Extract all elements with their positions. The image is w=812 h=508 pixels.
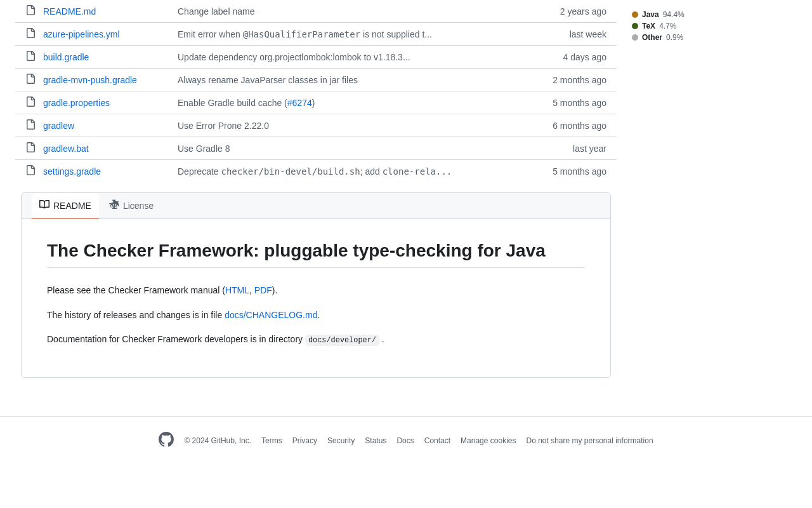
table-row: gradle-mvn-push.gradle Always rename Jav… xyxy=(15,69,617,91)
table-row: build.gradle Update dependency org.proje… xyxy=(15,46,617,69)
footer: © 2024 GitHub, Inc. Terms Privacy Securi… xyxy=(0,416,812,464)
footer-security[interactable]: Security xyxy=(327,436,355,445)
book-icon xyxy=(39,199,49,211)
file-time: 2 years ago xyxy=(530,6,606,17)
tex-name: TeX xyxy=(642,22,655,30)
readme-tabs: README License xyxy=(22,193,610,219)
file-icon xyxy=(25,5,36,17)
law-icon xyxy=(109,199,119,211)
footer-manage-cookies[interactable]: Manage cookies xyxy=(461,436,516,445)
readme-para2: The history of releases and changes is i… xyxy=(47,308,585,322)
file-time: 6 months ago xyxy=(530,121,606,131)
file-commit: Update dependency org.projectlombok:lomb… xyxy=(178,52,523,62)
file-icon xyxy=(25,74,36,86)
file-commit: Emit error when @HasQualifierParameter i… xyxy=(178,29,523,39)
file-time: 2 months ago xyxy=(530,75,606,85)
java-pct: 94.4% xyxy=(663,10,684,19)
lang-java: Java 94.4% xyxy=(632,10,797,19)
table-row: gradle.properties Enable Gradle build ca… xyxy=(15,91,617,114)
html-link[interactable]: HTML xyxy=(225,285,249,295)
readme-para3: Documentation for Checker Framework deve… xyxy=(47,332,585,347)
tex-pct: 4.7% xyxy=(659,22,676,30)
java-dot xyxy=(632,11,638,18)
file-commit: Use Gradle 8 xyxy=(178,144,523,154)
footer-status[interactable]: Status xyxy=(365,436,386,445)
file-icon xyxy=(25,28,36,40)
github-logo xyxy=(159,432,174,449)
file-time: last year xyxy=(530,144,606,154)
file-name[interactable]: gradlew.bat xyxy=(43,144,170,154)
other-pct: 0.9% xyxy=(666,33,683,42)
tab-readme-label: README xyxy=(53,201,91,211)
lang-tex: TeX 4.7% xyxy=(632,22,797,30)
footer-copyright: © 2024 GitHub, Inc. xyxy=(184,436,251,445)
commit-link[interactable]: #6274 xyxy=(287,98,312,108)
file-name[interactable]: gradle.properties xyxy=(43,98,170,108)
file-icon xyxy=(25,51,36,63)
file-icon xyxy=(25,97,36,109)
file-name[interactable]: gradlew xyxy=(43,121,170,131)
tab-license-label: License xyxy=(123,201,154,211)
file-name[interactable]: settings.gradle xyxy=(43,166,170,177)
file-time: last week xyxy=(530,29,606,39)
table-row: settings.gradle Deprecate checker/bin-de… xyxy=(15,160,617,182)
tex-dot xyxy=(632,23,638,29)
file-name[interactable]: gradle-mvn-push.gradle xyxy=(43,75,170,85)
readme-content: The Checker Framework: pluggable type-ch… xyxy=(22,219,610,377)
footer-docs[interactable]: Docs xyxy=(396,436,414,445)
footer-contact[interactable]: Contact xyxy=(424,436,450,445)
file-icon xyxy=(25,165,36,177)
file-icon xyxy=(25,142,36,154)
table-row: README.md Change label name 2 years ago xyxy=(15,0,617,23)
other-dot xyxy=(632,34,638,41)
file-time: 5 months ago xyxy=(530,98,606,108)
file-commit: Always rename JavaParser classes in jar … xyxy=(178,75,523,85)
pdf-link[interactable]: PDF xyxy=(254,285,272,295)
changelog-link[interactable]: docs/CHANGELOG.md xyxy=(225,310,317,320)
language-stats: Java 94.4% TeX 4.7% Other 0.9% xyxy=(632,0,797,44)
readme-title: The Checker Framework: pluggable type-ch… xyxy=(47,239,585,268)
file-name[interactable]: azure-pipelines.yml xyxy=(43,29,170,39)
footer-privacy[interactable]: Privacy xyxy=(292,436,317,445)
table-row: gradlew.bat Use Gradle 8 last year xyxy=(15,137,617,160)
tab-license[interactable]: License xyxy=(102,193,161,219)
file-table: README.md Change label name 2 years ago … xyxy=(15,0,617,182)
file-commit: Deprecate checker/bin-devel/build.sh; ad… xyxy=(178,166,523,177)
lang-other: Other 0.9% xyxy=(632,33,797,42)
file-commit: Change label name xyxy=(178,6,523,17)
file-commit: Enable Gradle build cache (#6274) xyxy=(178,98,523,108)
footer-do-not-share[interactable]: Do not share my personal information xyxy=(526,436,653,445)
java-name: Java xyxy=(642,10,659,19)
tab-readme[interactable]: README xyxy=(32,193,99,219)
file-time: 4 days ago xyxy=(530,52,606,62)
file-commit: Use Error Prone 2.22.0 xyxy=(178,121,523,131)
table-row: azure-pipelines.yml Emit error when @Has… xyxy=(15,23,617,46)
file-name[interactable]: build.gradle xyxy=(43,52,170,62)
footer-terms[interactable]: Terms xyxy=(261,436,282,445)
file-name[interactable]: README.md xyxy=(43,6,170,17)
file-icon xyxy=(25,119,36,131)
readme-para1: Please see the Checker Framework manual … xyxy=(47,283,585,297)
readme-section: README License The Checker Fra xyxy=(21,192,611,378)
file-time: 5 months ago xyxy=(530,166,606,177)
table-row: gradlew Use Error Prone 2.22.0 6 months … xyxy=(15,114,617,137)
other-name: Other xyxy=(642,33,662,42)
